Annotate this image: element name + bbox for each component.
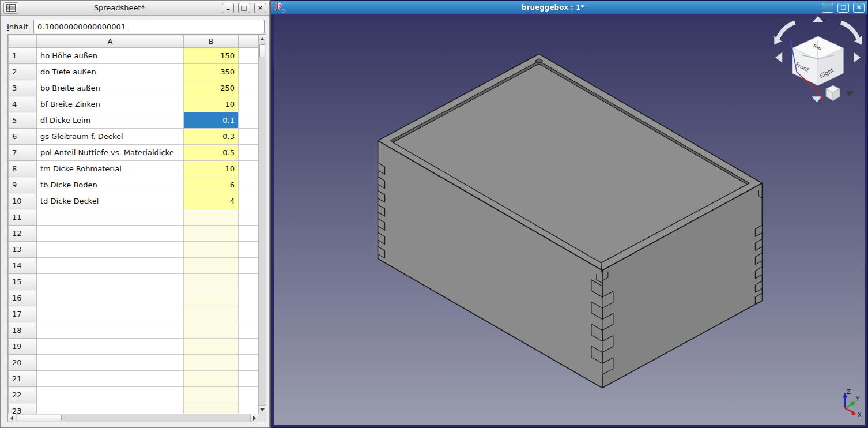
scroll-left-button[interactable]	[8, 414, 16, 422]
row-header[interactable]: 9	[9, 177, 37, 193]
cell-b[interactable]: 0.3	[184, 129, 239, 145]
cell-b[interactable]	[184, 209, 239, 226]
cell-extra[interactable]	[239, 177, 259, 193]
cell-a[interactable]	[37, 387, 184, 403]
view-mode-cube-button[interactable]	[826, 85, 840, 100]
cell-extra[interactable]	[239, 274, 259, 290]
cell-a[interactable]: bf Breite Zinken	[37, 96, 184, 112]
cell-a[interactable]: dl Dicke Leim	[37, 112, 184, 129]
cell-extra[interactable]	[239, 242, 259, 258]
3d-view-close-button[interactable]: ×	[853, 3, 865, 13]
cell-extra[interactable]	[239, 306, 259, 322]
cell-a[interactable]	[37, 226, 184, 242]
cell-b[interactable]	[184, 274, 239, 290]
3d-viewport[interactable]: Z X Top Front Right	[274, 14, 865, 425]
cell-extra[interactable]	[239, 80, 259, 96]
cell-extra[interactable]	[239, 387, 259, 403]
row-header[interactable]: 13	[9, 242, 37, 258]
scroll-up-button[interactable]	[259, 35, 266, 43]
cell-b[interactable]	[184, 403, 239, 414]
cell-extra[interactable]	[239, 209, 259, 226]
cell-b[interactable]: 150	[184, 48, 239, 64]
cell-extra[interactable]	[239, 339, 259, 355]
cell-a[interactable]: tb Dicke Boden	[37, 177, 184, 193]
nav-arrow-up-icon[interactable]	[813, 16, 823, 22]
box-model[interactable]	[378, 54, 763, 388]
cell-extra[interactable]	[239, 371, 259, 387]
cell-extra[interactable]	[239, 96, 259, 112]
cell-b[interactable]	[184, 226, 239, 242]
cell-a[interactable]	[37, 339, 184, 355]
3d-view-minimize-button[interactable]: _	[822, 3, 833, 13]
column-header-extra[interactable]	[239, 35, 259, 48]
cell-a[interactable]	[37, 274, 184, 290]
spreadsheet-menu-icon[interactable]	[3, 2, 18, 14]
spreadsheet-minimize-button[interactable]: _	[222, 3, 234, 13]
corner-header[interactable]	[9, 35, 37, 48]
cell-b[interactable]: 0.1	[184, 112, 239, 129]
scroll-right-button[interactable]	[250, 414, 258, 422]
cell-a[interactable]	[37, 322, 184, 339]
cell-b[interactable]	[184, 242, 239, 258]
cell-extra[interactable]	[239, 48, 259, 64]
column-header-a[interactable]: A	[37, 35, 184, 48]
cell-b[interactable]	[184, 306, 239, 322]
cell-content-input[interactable]	[33, 20, 265, 33]
3d-view-maximize-button[interactable]: □	[837, 3, 849, 13]
row-header[interactable]: 1	[9, 48, 37, 64]
cell-a[interactable]	[37, 355, 184, 371]
row-header[interactable]: 8	[9, 161, 37, 177]
nav-arrow-right-icon[interactable]	[854, 52, 861, 63]
cell-b[interactable]	[184, 355, 239, 371]
cell-b[interactable]	[184, 339, 239, 355]
cell-extra[interactable]	[239, 290, 259, 306]
cell-a[interactable]	[37, 258, 184, 274]
cell-extra[interactable]	[239, 112, 259, 129]
cell-extra[interactable]	[239, 258, 259, 274]
cell-b[interactable]	[184, 322, 239, 339]
cell-extra[interactable]	[239, 355, 259, 371]
cell-a[interactable]	[37, 209, 184, 226]
cell-a[interactable]: ho Höhe außen	[37, 48, 184, 64]
row-header[interactable]: 2	[9, 64, 37, 80]
cell-extra[interactable]	[239, 64, 259, 80]
row-header[interactable]: 22	[9, 387, 37, 403]
cell-extra[interactable]	[239, 129, 259, 145]
horizontal-scroll-thumb[interactable]	[17, 415, 62, 421]
spreadsheet-close-button[interactable]: ×	[254, 3, 266, 13]
cell-a[interactable]	[37, 242, 184, 258]
cell-b[interactable]	[184, 371, 239, 387]
spreadsheet-maximize-button[interactable]: □	[238, 3, 250, 13]
row-header[interactable]: 19	[9, 339, 37, 355]
row-header[interactable]: 7	[9, 145, 37, 161]
horizontal-scrollbar[interactable]	[8, 414, 258, 422]
vertical-scrollbar[interactable]	[258, 35, 266, 414]
cell-a[interactable]: bo Breite außen	[37, 80, 184, 96]
row-header[interactable]: 15	[9, 274, 37, 290]
nav-arrow-left-icon[interactable]	[775, 52, 782, 63]
spreadsheet-grid[interactable]: A B 1ho Höhe außen1502do Tiefe außen3503…	[8, 35, 258, 414]
row-header[interactable]: 5	[9, 112, 37, 129]
row-header[interactable]: 23	[9, 403, 37, 414]
cell-b[interactable]: 350	[184, 64, 239, 80]
cell-extra[interactable]	[239, 403, 259, 414]
row-header[interactable]: 16	[9, 290, 37, 306]
cell-b[interactable]: 0.5	[184, 145, 239, 161]
cell-b[interactable]: 10	[184, 96, 239, 112]
3d-view-titlebar[interactable]: F⚙ brueggebox : 1* _ □ ×	[271, 1, 867, 14]
cell-b[interactable]: 10	[184, 161, 239, 177]
cell-extra[interactable]	[239, 161, 259, 177]
cell-a[interactable]	[37, 403, 184, 414]
cell-extra[interactable]	[239, 226, 259, 242]
cell-a[interactable]: tm Dicke Rohmaterial	[37, 161, 184, 177]
row-header[interactable]: 18	[9, 322, 37, 339]
nav-dropdown-icon[interactable]	[844, 91, 855, 96]
cell-a[interactable]: do Tiefe außen	[37, 64, 184, 80]
cell-a[interactable]: gs Gleitraum f. Deckel	[37, 129, 184, 145]
cell-b[interactable]	[184, 258, 239, 274]
row-header[interactable]: 3	[9, 80, 37, 96]
navigation-cube[interactable]: Z X Top Front Right	[774, 16, 862, 102]
cell-b[interactable]	[184, 387, 239, 403]
cell-b[interactable]: 6	[184, 177, 239, 193]
cell-a[interactable]	[37, 371, 184, 387]
